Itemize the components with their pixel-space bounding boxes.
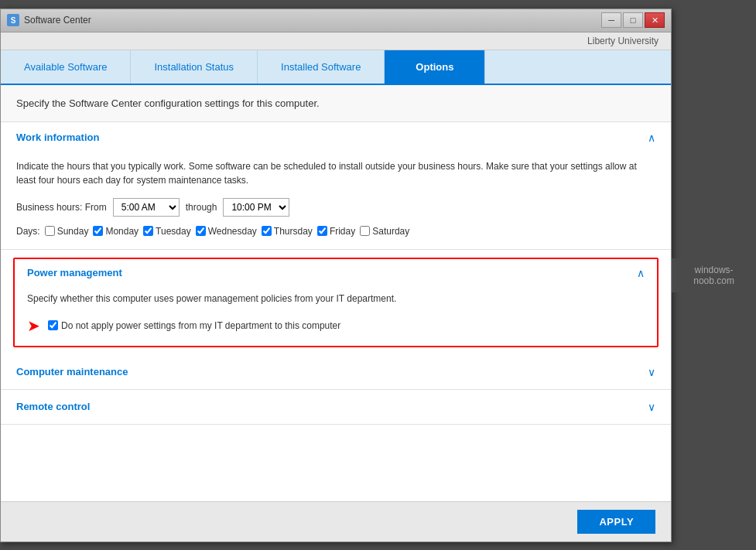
title-bar-controls: ─ □ ✕ [601,12,665,28]
tab-installation-status[interactable]: Installation Status [131,50,258,84]
day-sunday: Sunday [45,226,89,237]
tab-options[interactable]: Options [385,50,485,84]
monday-checkbox[interactable] [93,226,103,236]
days-label: Days: [16,226,40,237]
to-time-select[interactable]: 12:00 AM1:00 AM2:00 AM3:00 AM4:00 AM5:00… [223,198,289,217]
friday-checkbox[interactable] [317,226,327,236]
wednesday-label: Wednesday [208,226,257,237]
power-management-chevron: ∧ [637,267,645,279]
window-title: Software Center [24,15,91,26]
saturday-checkbox[interactable] [360,226,370,236]
close-button[interactable]: ✕ [645,12,665,28]
work-information-body: Indicate the hours that you typically wo… [1,153,671,249]
title-bar-left: S Software Center [7,14,91,26]
apply-button[interactable]: APPLY [577,510,655,534]
work-information-desc: Indicate the hours that you typically wo… [16,159,655,187]
from-time-select[interactable]: 12:00 AM1:00 AM2:00 AM3:00 AM4:00 AM5:00… [113,198,180,217]
computer-maintenance-title: Computer maintenance [16,366,128,377]
sunday-checkbox[interactable] [45,226,55,236]
sunday-label: Sunday [57,226,89,237]
business-hours-row: Business hours: From 12:00 AM1:00 AM2:00… [16,198,655,217]
watermark: windows-noob.com [672,258,756,292]
remote-control-section: Remote control ∨ [1,390,671,425]
day-monday: Monday [93,226,139,237]
day-tuesday: Tuesday [143,226,191,237]
tuesday-label: Tuesday [156,226,191,237]
tab-available-software[interactable]: Available Software [1,50,131,84]
work-information-header[interactable]: Work information ∧ [1,122,671,153]
computer-maintenance-header[interactable]: Computer maintenance ∨ [1,355,671,389]
minimize-button[interactable]: ─ [601,12,621,28]
work-information-section: Work information ∧ Indicate the hours th… [1,122,671,250]
through-label: through [186,202,217,213]
red-arrow-icon: ➤ [27,316,40,335]
power-management-section: Power management ∧ Specify whether this … [13,258,659,347]
power-management-desc: Specify whether this computer uses power… [27,292,645,306]
remote-control-title: Remote control [16,401,90,412]
remote-control-chevron: ∨ [648,401,655,413]
business-hours-from-label: Business hours: From [16,202,107,213]
main-content-area: Specify the Software Center configuratio… [1,85,671,501]
days-row: Days: Sunday Monday Tuesday [16,226,655,237]
app-icon: S [7,14,19,26]
computer-maintenance-chevron: ∨ [648,366,655,378]
remote-control-header[interactable]: Remote control ∨ [1,390,671,424]
work-information-title: Work information [16,132,99,143]
power-management-body: Specify whether this computer uses power… [15,287,657,346]
saturday-label: Saturday [372,226,409,237]
thursday-label: Thursday [274,226,313,237]
day-wednesday: Wednesday [196,226,257,237]
thursday-checkbox[interactable] [262,226,272,236]
day-saturday: Saturday [360,226,409,237]
tuesday-checkbox[interactable] [143,226,153,236]
power-management-header[interactable]: Power management ∧ [15,259,657,287]
main-window: S Software Center ─ □ ✕ Liberty Universi… [0,9,672,542]
work-information-chevron: ∧ [648,132,655,144]
power-settings-label: Do not apply power settings from my IT d… [61,320,340,331]
power-settings-checkbox[interactable] [48,320,58,330]
friday-label: Friday [330,226,355,237]
restore-button[interactable]: □ [623,12,643,28]
scrollable-content: Work information ∧ Indicate the hours th… [1,122,671,501]
tab-bar: Available Software Installation Status I… [1,50,671,85]
title-bar: S Software Center ─ □ ✕ [1,9,671,32]
power-management-title: Power management [27,267,122,278]
tab-installed-software[interactable]: Installed Software [258,50,385,84]
monday-label: Monday [105,226,139,237]
computer-maintenance-section: Computer maintenance ∨ [1,355,671,390]
day-friday: Friday [317,226,355,237]
power-settings-row: ➤ Do not apply power settings from my IT… [27,316,645,335]
wednesday-checkbox[interactable] [196,226,206,236]
content-description: Specify the Software Center configuratio… [1,85,671,122]
footer: APPLY [1,501,671,541]
day-thursday: Thursday [262,226,313,237]
brand-label: Liberty University [1,32,671,50]
